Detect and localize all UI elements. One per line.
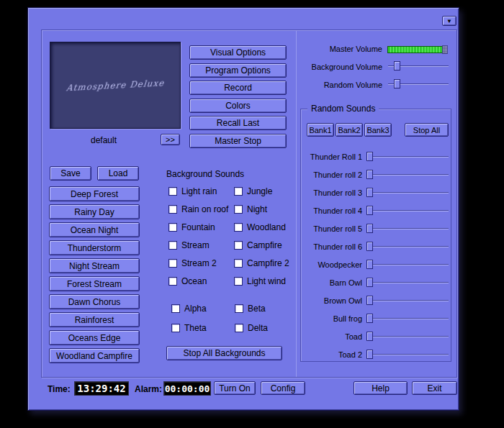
night-checkbox[interactable] [234, 205, 243, 214]
brown-owl-slider[interactable] [366, 296, 449, 306]
preset-rainforest-button[interactable]: Rainforest [49, 312, 140, 327]
jungle-checkbox[interactable] [234, 187, 243, 196]
slider-thumb[interactable] [366, 242, 373, 251]
checkbox-label: Delta [248, 323, 268, 333]
woodland-checkbox[interactable] [234, 223, 243, 232]
checkbox-label: Woodland [247, 222, 286, 232]
window-menu-button[interactable]: ▼ [442, 16, 456, 26]
slider-track [366, 156, 449, 158]
ocean-checkbox[interactable] [168, 277, 177, 286]
program-options-button[interactable]: Program Options [189, 63, 287, 78]
slider-thumb[interactable] [366, 314, 373, 323]
random-sound-label: Woodpecker [297, 260, 362, 269]
campfire-checkbox[interactable] [234, 241, 243, 250]
thunder-roll-4-slider[interactable] [366, 206, 449, 216]
bank3-button[interactable]: Bank3 [364, 123, 392, 137]
fountain-checkbox[interactable] [168, 223, 177, 232]
preset-night-stream-button[interactable]: Night Stream [49, 258, 140, 273]
campfire-2-checkbox[interactable] [234, 259, 243, 268]
preview-screen: Atmosphere Deluxe [50, 42, 181, 129]
checkbox-label: Beta [248, 304, 266, 314]
rain-on-roof-checkbox[interactable] [168, 205, 177, 214]
slider-track [366, 174, 449, 176]
preset-woodland-campfire-button[interactable]: Woodland Campfire [49, 348, 140, 363]
toad-2-slider[interactable] [366, 350, 449, 360]
stop-all-backgrounds-button[interactable]: Stop All Backgrounds [166, 346, 282, 360]
bull-frog-slider[interactable] [366, 314, 449, 324]
master-volume-bar[interactable] [387, 46, 448, 53]
turn-on-button[interactable]: Turn On [214, 381, 256, 395]
barn-owl-slider[interactable] [366, 278, 449, 288]
checkbox-label: Campfire 2 [247, 258, 289, 268]
load-button[interactable]: Load [97, 166, 139, 181]
bank2-button[interactable]: Bank2 [336, 123, 363, 137]
checkbox-label: Theta [184, 323, 207, 333]
slider-track [366, 354, 449, 355]
checkbox-label: Stream [181, 240, 210, 250]
thunder-roll-1-slider[interactable] [366, 152, 449, 162]
help-button[interactable]: Help [354, 381, 408, 395]
slider-thumb[interactable] [394, 79, 400, 88]
slider-thumb[interactable] [366, 206, 373, 215]
woodpecker-slider[interactable] [366, 260, 449, 270]
light-rain-checkbox[interactable] [168, 187, 177, 196]
beta-checkbox[interactable] [235, 304, 243, 313]
slider-track [366, 246, 449, 247]
slider-thumb[interactable] [366, 224, 373, 233]
checkbox-label: Alpha [184, 304, 207, 314]
preset-forest-stream-button[interactable]: Forest Stream [49, 276, 140, 291]
preset-deep-forest-button[interactable]: Deep Forest [49, 186, 140, 201]
random-volume-slider[interactable] [388, 79, 449, 89]
slider-track [366, 336, 449, 337]
random-sound-label: Thunder roll 2 [297, 170, 362, 179]
checkbox-label: Light wind [247, 276, 286, 286]
background-volume-slider[interactable] [388, 61, 449, 71]
thunder-roll-3-slider[interactable] [366, 188, 449, 198]
preset-dawn-chorus-button[interactable]: Dawn Chorus [49, 294, 140, 309]
record-button[interactable]: Record [189, 81, 287, 95]
slider-thumb[interactable] [366, 350, 373, 359]
bank1-button[interactable]: Bank1 [307, 123, 334, 137]
random-sound-label: Bull frog [297, 314, 362, 323]
thunder-roll-6-slider[interactable] [366, 242, 449, 252]
thunder-roll-5-slider[interactable] [366, 224, 449, 234]
slider-thumb[interactable] [366, 332, 373, 341]
preset-oceans-edge-button[interactable]: Oceans Edge [49, 330, 140, 345]
slider-thumb[interactable] [366, 278, 373, 287]
random-volume-label: Random Volume [287, 81, 382, 89]
exit-button[interactable]: Exit [412, 381, 457, 395]
theta-checkbox[interactable] [171, 324, 180, 332]
config-button[interactable]: Config [261, 381, 305, 395]
slider-thumb[interactable] [366, 260, 373, 269]
checkbox-label: Campfire [247, 240, 282, 250]
slider-thumb[interactable] [366, 152, 373, 161]
visual-options-button[interactable]: Visual Options [189, 45, 287, 60]
master-stop-button[interactable]: Master Stop [189, 134, 287, 148]
stream-checkbox[interactable] [168, 241, 177, 250]
preset-rainy-day-button[interactable]: Rainy Day [49, 204, 140, 219]
stop-all-button[interactable]: Stop All [405, 123, 449, 137]
save-button[interactable]: Save [50, 166, 91, 181]
stream-2-checkbox[interactable] [168, 259, 177, 268]
preset-thunderstorm-button[interactable]: Thunderstorm [49, 240, 140, 255]
slider-thumb[interactable] [394, 61, 400, 70]
delta-checkbox[interactable] [235, 324, 243, 332]
master-volume-thumb[interactable] [442, 45, 448, 54]
alpha-checkbox[interactable] [171, 304, 180, 313]
slider-thumb[interactable] [366, 188, 373, 197]
time-label: Time: [48, 384, 71, 394]
colors-button[interactable]: Colors [189, 99, 287, 113]
preset-expand-button[interactable]: >> [161, 134, 180, 145]
random-sounds-title: Random Sounds [307, 104, 379, 114]
light-wind-checkbox[interactable] [234, 277, 243, 286]
slider-thumb[interactable] [366, 296, 373, 305]
random-sound-label: Toad 2 [297, 350, 362, 359]
toad-slider[interactable] [366, 332, 449, 342]
random-sound-label: Thunder roll 4 [297, 206, 362, 215]
slider-thumb[interactable] [366, 170, 373, 179]
recall-last-button[interactable]: Recall Last [189, 116, 287, 130]
slider-track [366, 318, 449, 319]
preset-ocean-night-button[interactable]: Ocean Night [49, 222, 140, 237]
thunder-roll-2-slider[interactable] [366, 170, 449, 180]
slider-track [366, 300, 449, 301]
